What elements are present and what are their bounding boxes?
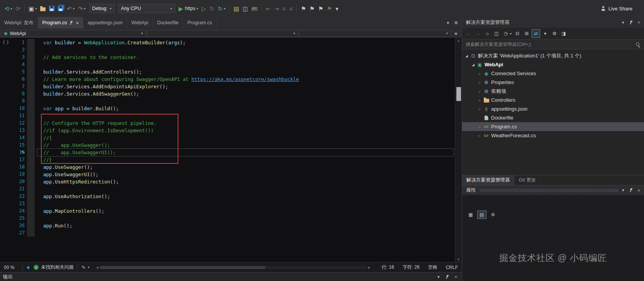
- line-number[interactable]: 15: [0, 141, 27, 149]
- tree-item-dockerfile[interactable]: Dockerfile: [462, 113, 644, 122]
- new-project-button[interactable]: ▣▾: [27, 3, 38, 14]
- code-line-17[interactable]: 17//}: [0, 156, 455, 163]
- code-line-10[interactable]: 10var app = builder.Build();: [0, 105, 455, 112]
- code-line-22[interactable]: 22app.UseAuthorization();: [0, 193, 455, 200]
- restart-app-button[interactable]: ↻▾: [216, 3, 227, 14]
- code-line-18[interactable]: 18app.UseSwagger();: [0, 163, 455, 171]
- code-line-7[interactable]: 7builder.Services.AddEndpointsApiExplore…: [0, 83, 455, 90]
- alphabetical-button[interactable]: ▤: [477, 210, 486, 219]
- project-dropdown[interactable]: ▣ WebApi ▾: [1, 30, 146, 37]
- line-number[interactable]: 7: [0, 83, 27, 90]
- explorer-overflow-button[interactable]: ▾: [541, 29, 549, 38]
- close-icon[interactable]: ×: [638, 188, 640, 193]
- chevron-down-icon[interactable]: ▾: [622, 188, 624, 193]
- tree-item-webapi-project[interactable]: ◢▣WebApi: [462, 60, 644, 69]
- line-number[interactable]: 23: [0, 200, 27, 207]
- chevron-down-icon[interactable]: ▾: [437, 274, 440, 279]
- solution-explorer-tab[interactable]: 解决方案资源管理器: [462, 175, 515, 185]
- scroll-right-icon[interactable]: ▸: [367, 265, 372, 269]
- preview-selected-button[interactable]: ◨: [559, 29, 568, 38]
- line-number[interactable]: 8: [0, 90, 27, 98]
- code-editor[interactable]: { } 1var builder = WebApplication.Create…: [0, 38, 462, 262]
- navigate-back-button[interactable]: ⟲▾: [3, 3, 14, 14]
- tree-item-weatherforecast-cs[interactable]: ▹C#WeatherForecast.cs: [462, 131, 644, 140]
- type-dropdown[interactable]: ▾: [147, 30, 298, 37]
- line-number[interactable]: 5: [0, 68, 27, 76]
- tree-item-properties[interactable]: ▹⚙Properties: [462, 78, 644, 87]
- code-line-21[interactable]: 21: [0, 185, 455, 193]
- collapsed-arrow-icon[interactable]: ▹: [477, 107, 483, 111]
- save-all-button[interactable]: [56, 3, 65, 14]
- tab-program-cs[interactable]: Program.cs×: [38, 17, 84, 29]
- horizontal-scrollbar[interactable]: ◂ ▸: [95, 262, 372, 272]
- tab-options-gear-icon[interactable]: ⚙: [454, 20, 458, 25]
- bookmark-prev-button[interactable]: ⚑: [308, 3, 316, 14]
- code-line-6[interactable]: 6// Learn more about configuring Swagger…: [0, 76, 455, 83]
- line-number[interactable]: 6: [0, 76, 27, 83]
- close-icon[interactable]: ×: [638, 20, 640, 25]
- line-number[interactable]: 19: [0, 171, 27, 178]
- line-number[interactable]: 26: [0, 222, 27, 229]
- editor-surface[interactable]: { } 1var builder = WebApplication.Create…: [0, 38, 455, 262]
- vertical-scrollbar[interactable]: ▴ ▾: [455, 38, 462, 262]
- tab-appsettings-json[interactable]: appsettings.json: [83, 17, 127, 29]
- close-icon[interactable]: ×: [76, 20, 79, 26]
- line-number[interactable]: 20: [0, 178, 27, 185]
- line-number[interactable]: 3: [0, 54, 27, 61]
- line-indicator[interactable]: 行: 16: [382, 264, 394, 271]
- tree-item-dependencies[interactable]: ▹⊞依赖项: [462, 87, 644, 96]
- show-all-files-button[interactable]: ⊞: [522, 29, 531, 38]
- hscrollbar-track[interactable]: [100, 266, 367, 269]
- property-pages-button[interactable]: ⚙: [488, 210, 498, 219]
- tab-webapi[interactable]: WebApi: [127, 17, 153, 29]
- expanded-arrow-icon[interactable]: ◢: [470, 63, 476, 67]
- bookmark-next-button[interactable]: ⚑: [317, 3, 325, 14]
- scroll-down-icon[interactable]: ▾: [455, 257, 462, 261]
- tab-webapi-publish[interactable]: WebApi: 发布: [0, 17, 38, 29]
- pin-icon[interactable]: [69, 21, 73, 25]
- column-indicator[interactable]: 字符: 26: [403, 264, 420, 271]
- code-line-5[interactable]: 5builder.Services.AddControllers();: [0, 68, 455, 76]
- parameter-info-button[interactable]: ◫: [241, 3, 249, 14]
- expanded-arrow-icon[interactable]: ◢: [464, 54, 469, 58]
- tree-item-appsettings-json[interactable]: ▹{}appsettings.json: [462, 104, 644, 113]
- code-line-14[interactable]: 14//{: [0, 134, 455, 141]
- pin-icon[interactable]: [629, 188, 633, 192]
- pin-icon[interactable]: [446, 275, 449, 279]
- code-line-27[interactable]: 27: [0, 229, 455, 237]
- code-line-25[interactable]: 25: [0, 215, 455, 222]
- document-health-indicator[interactable]: ✓ 未找到相关问题: [34, 264, 73, 271]
- line-number[interactable]: 10: [0, 105, 27, 112]
- collapsed-arrow-icon[interactable]: ▹: [477, 98, 483, 102]
- pending-changes-filter-button[interactable]: ◷: [502, 29, 510, 38]
- home-button[interactable]: ⌂: [483, 29, 491, 38]
- line-number[interactable]: 25: [0, 215, 27, 222]
- eol-indicator[interactable]: CRLF: [446, 265, 458, 270]
- output-panel-bar[interactable]: 输出 ▾ ×: [0, 272, 462, 281]
- collapsed-arrow-icon[interactable]: ▹: [477, 72, 483, 76]
- debug-configuration-select[interactable]: Debug▾: [89, 4, 115, 13]
- member-dropdown[interactable]: ▾: [299, 30, 451, 37]
- code-line-20[interactable]: 20app.UseHttpsRedirection();: [0, 178, 455, 185]
- line-number[interactable]: 2: [0, 46, 27, 54]
- code-line-3[interactable]: 3// Add services to the container.: [0, 54, 455, 61]
- line-number[interactable]: 18: [0, 163, 27, 171]
- code-line-4[interactable]: 4: [0, 61, 455, 68]
- platform-select[interactable]: Any CPU▾: [118, 4, 175, 13]
- solution-search-input[interactable]: 搜索解决方案资源管理器(Ctrl+;): [462, 39, 644, 49]
- scroll-up-icon[interactable]: ▴: [455, 39, 462, 42]
- editor-status-icon[interactable]: ◈: [27, 265, 30, 270]
- code-line-13[interactable]: 13//if (app.Environment.IsDevelopment()): [0, 127, 455, 134]
- collapsed-arrow-icon[interactable]: ▹: [477, 89, 483, 93]
- line-number[interactable]: 14: [0, 134, 27, 141]
- tree-item-solution[interactable]: ◢⊡解决方案 'WebApplication1' (1 个项目, 共 1 个): [462, 51, 644, 60]
- toolbar-overflow-button[interactable]: ▾: [334, 3, 340, 14]
- code-line-15[interactable]: 15// app.UseSwagger();: [0, 141, 455, 149]
- spaces-indicator[interactable]: 空格: [428, 264, 437, 271]
- line-number[interactable]: 9: [0, 98, 27, 105]
- collapsed-arrow-icon[interactable]: ▹: [477, 134, 483, 138]
- start-without-debug-button[interactable]: ▷: [200, 3, 208, 14]
- start-debug-button[interactable]: ▶https▾: [177, 3, 200, 14]
- split-editor-icon[interactable]: ◈: [452, 30, 460, 37]
- collapsed-arrow-icon[interactable]: ▹: [477, 125, 483, 129]
